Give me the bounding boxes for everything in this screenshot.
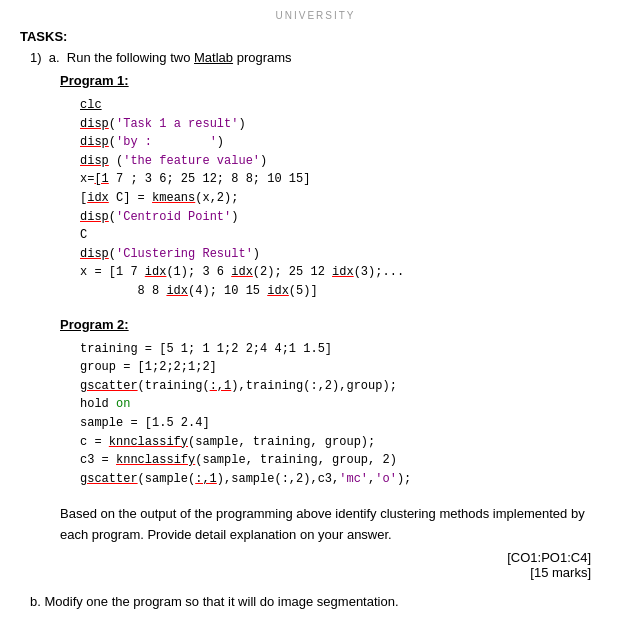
program-2-block: Program 2: training = [5 1; 1 1;2 2;4 4;…	[60, 317, 611, 489]
program-2-code: training = [5 1; 1 1;2 2;4 4;1 1.5] grou…	[80, 340, 611, 489]
code-p2-5: sample = [1.5 2.4]	[80, 414, 611, 433]
description-block: Based on the output of the programming a…	[60, 504, 611, 546]
part-b: b. Modify one the program so that it wil…	[30, 594, 611, 609]
code-p2-2: group = [1;2;2;1;2]	[80, 358, 611, 377]
program-1-code: clc disp('Task 1 a result') disp('by : '…	[80, 96, 611, 301]
code-line-1: clc	[80, 96, 611, 115]
matlab-label: Matlab	[194, 50, 233, 65]
program-1-title: Program 1:	[60, 73, 611, 88]
code-line-5: x=[1 7 ; 3 6; 25 12; 8 8; 10 15]	[80, 170, 611, 189]
code-line-2: disp('Task 1 a result')	[80, 115, 611, 134]
code-line-3: disp('by : ')	[80, 133, 611, 152]
code-line-10: x = [1 7 idx(1); 3 6 idx(2); 25 12 idx(3…	[80, 263, 611, 282]
program-2-title: Program 2:	[60, 317, 611, 332]
code-p2-7: c3 = knnclassify(sample, training, group…	[80, 451, 611, 470]
code-p2-6: c = knnclassify(sample, training, group)…	[80, 433, 611, 452]
code-p2-8: gscatter(sample(:,1),sample(:,2),c3,'mc'…	[80, 470, 611, 489]
task-item-1: 1) a. Run the following two Matlab progr…	[30, 50, 611, 580]
code-p2-3: gscatter(training(:,1),training(:,2),gro…	[80, 377, 611, 396]
code-line-9: disp('Clustering Result')	[80, 245, 611, 264]
code-line-7: disp('Centroid Point')	[80, 208, 611, 227]
marks-block: [CO1:PO1:C4] [15 marks]	[30, 550, 591, 580]
description-text: Based on the output of the programming a…	[60, 504, 611, 546]
tasks-label: TASKS:	[20, 29, 611, 44]
code-p2-1: training = [5 1; 1 1;2 2;4 4;1 1.5]	[80, 340, 611, 359]
code-line-11: 8 8 idx(4); 10 15 idx(5)]	[80, 282, 611, 301]
marks-label: [15 marks]	[30, 565, 591, 580]
university-header: UNIVERSITY	[20, 10, 611, 21]
code-line-4: disp ('the feature value')	[80, 152, 611, 171]
code-line-6: [idx C] = kmeans(x,2);	[80, 189, 611, 208]
code-line-8: C	[80, 226, 611, 245]
marks-ref: [CO1:PO1:C4]	[30, 550, 591, 565]
task-1-header: 1) a. Run the following two Matlab progr…	[30, 50, 611, 65]
program-1-block: Program 1: clc disp('Task 1 a result') d…	[60, 73, 611, 301]
code-p2-4: hold on	[80, 395, 611, 414]
